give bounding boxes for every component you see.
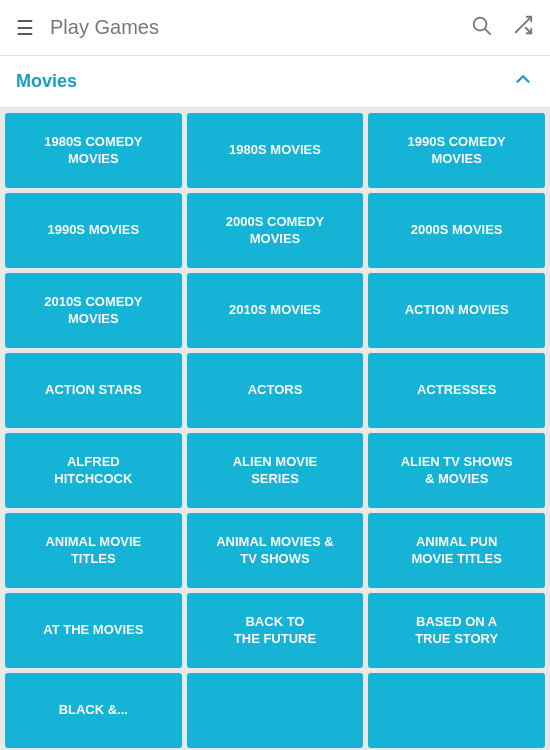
tile-item[interactable]: ANIMAL PUNMOVIE TITLES [368, 513, 545, 588]
tile-item[interactable]: 1990s COMEDYMOVIES [368, 113, 545, 188]
tile-item[interactable]: 1990s MOVIES [5, 193, 182, 268]
tiles-grid: 1980s COMEDYMOVIES1980s MOVIES1990s COME… [0, 108, 550, 750]
tile-item[interactable]: ALIEN MOVIESERIES [187, 433, 364, 508]
section-title: Movies [16, 71, 77, 92]
tile-item[interactable]: 2010s COMEDYMOVIES [5, 273, 182, 348]
shuffle-icon[interactable] [512, 14, 534, 42]
chevron-up-icon [512, 68, 534, 95]
app-title: Play Games [50, 16, 470, 39]
tile-item[interactable]: ANIMAL MOVIES &TV SHOWS [187, 513, 364, 588]
tile-item[interactable]: BASED ON ATRUE STORY [368, 593, 545, 668]
svg-line-1 [485, 29, 490, 34]
tile-item[interactable]: 2000s MOVIES [368, 193, 545, 268]
tile-item[interactable] [187, 673, 364, 748]
tile-item[interactable]: ALFREDHITCHCOCK [5, 433, 182, 508]
search-icon[interactable] [470, 14, 492, 42]
tile-item[interactable]: ACTION STARS [5, 353, 182, 428]
menu-icon[interactable]: ☰ [16, 16, 34, 40]
tile-item[interactable]: AT THE MOVIES [5, 593, 182, 668]
tile-item[interactable]: 2000s COMEDYMOVIES [187, 193, 364, 268]
tile-item[interactable]: BACK TOTHE FUTURE [187, 593, 364, 668]
tile-item[interactable]: ANIMAL MOVIETITLES [5, 513, 182, 588]
tile-item[interactable]: 1980s COMEDYMOVIES [5, 113, 182, 188]
tile-item[interactable]: 1980s MOVIES [187, 113, 364, 188]
tile-item[interactable]: ACTION MOVIES [368, 273, 545, 348]
tile-item[interactable] [368, 673, 545, 748]
tile-item[interactable]: ACTRESSES [368, 353, 545, 428]
section-header[interactable]: Movies [0, 56, 550, 108]
header-actions [470, 14, 534, 42]
app-header: ☰ Play Games [0, 0, 550, 56]
tile-item[interactable]: 2010s MOVIES [187, 273, 364, 348]
tile-item[interactable]: ALIEN TV SHOWS& MOVIES [368, 433, 545, 508]
tile-item[interactable]: ACTORS [187, 353, 364, 428]
tile-item[interactable]: BLACK &... [5, 673, 182, 748]
